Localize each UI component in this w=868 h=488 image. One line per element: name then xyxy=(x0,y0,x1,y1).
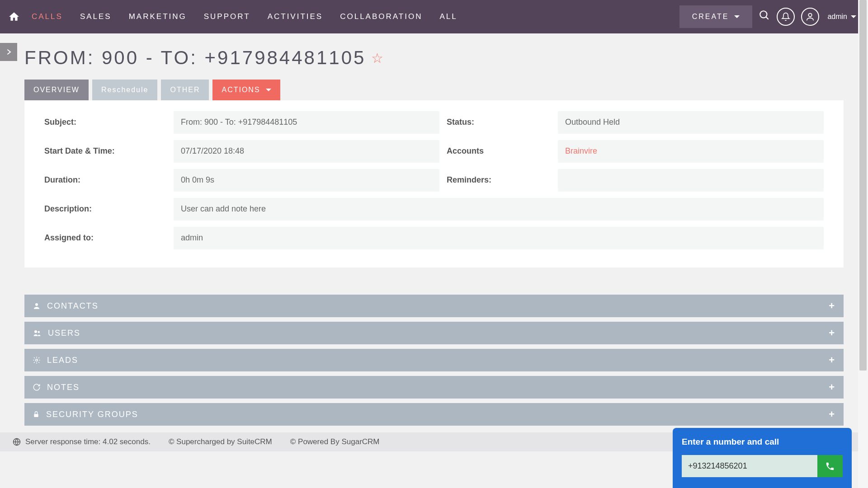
caret-down-icon xyxy=(851,15,856,18)
caret-down-icon xyxy=(266,89,271,91)
label-subject: Subject: xyxy=(44,111,166,134)
value-status[interactable]: Outbound Held xyxy=(558,111,824,134)
svg-point-0 xyxy=(760,11,767,18)
search-icon[interactable] xyxy=(759,9,770,24)
nav-activities[interactable]: ACTIVITIES xyxy=(265,7,326,27)
scrollbar-track[interactable] xyxy=(858,0,868,488)
favorite-star-icon[interactable]: ☆ xyxy=(371,50,383,66)
actions-label: ACTIONS xyxy=(222,86,260,94)
gear-icon xyxy=(33,356,41,364)
sidebar-toggle[interactable] xyxy=(0,43,17,61)
content: FROM: 900 - TO: +917984481105 ☆ OVERVIEW… xyxy=(0,33,868,439)
label-reminders: Reminders: xyxy=(447,169,551,192)
tab-overview[interactable]: OVERVIEW xyxy=(24,80,89,100)
panel-label: CONTACTS xyxy=(47,301,99,311)
value-reminders[interactable] xyxy=(558,169,824,192)
people-icon xyxy=(33,329,42,337)
footer-supercharged[interactable]: © Supercharged by SuiteCRM xyxy=(169,437,272,446)
label-start: Start Date & Time: xyxy=(44,140,166,163)
call-widget: Enter a number and call xyxy=(673,428,852,488)
svg-point-5 xyxy=(38,331,40,333)
refresh-icon xyxy=(33,383,41,391)
plus-icon: + xyxy=(829,300,835,312)
scrollbar-thumb[interactable] xyxy=(859,0,867,371)
value-description[interactable]: User can add note here xyxy=(174,198,824,221)
tab-reschedule[interactable]: Reschedule xyxy=(92,80,158,100)
dial-button[interactable] xyxy=(817,455,843,477)
topbar-right: CREATE admin xyxy=(679,5,862,28)
panel-leads[interactable]: LEADS + xyxy=(24,349,844,371)
panel-label: SECURITY GROUPS xyxy=(46,410,138,419)
call-number-input[interactable] xyxy=(682,455,817,477)
nav-calls[interactable]: CALLS xyxy=(29,7,66,27)
value-assigned[interactable]: admin xyxy=(174,227,824,249)
panel-users[interactable]: USERS + xyxy=(24,322,844,344)
label-accounts: Accounts xyxy=(447,140,551,163)
label-status: Status: xyxy=(447,111,551,134)
actions-menu-button[interactable]: ACTIONS xyxy=(212,80,280,100)
top-navbar: CALLS SALES MARKETING SUPPORT ACTIVITIES… xyxy=(0,0,868,33)
person-icon xyxy=(33,302,41,310)
nav-collaboration[interactable]: COLLABORATION xyxy=(337,7,425,27)
panel-label: USERS xyxy=(48,328,80,338)
svg-rect-7 xyxy=(34,414,38,417)
create-label: CREATE xyxy=(692,13,729,21)
username-label: admin xyxy=(827,13,847,21)
panel-label: LEADS xyxy=(47,356,78,365)
value-subject[interactable]: From: 900 - To: +917984481105 xyxy=(174,111,439,134)
svg-point-3 xyxy=(35,303,38,306)
panel-security-groups[interactable]: SECURITY GROUPS + xyxy=(24,403,844,426)
value-duration[interactable]: 0h 0m 9s xyxy=(174,169,439,192)
panel-contacts[interactable]: CONTACTS + xyxy=(24,295,844,317)
subnav-tabs: OVERVIEW Reschedule OTHER ACTIONS xyxy=(24,80,844,100)
svg-line-1 xyxy=(766,17,769,19)
svg-point-2 xyxy=(809,14,812,17)
label-duration: Duration: xyxy=(44,169,166,192)
page-title: FROM: 900 - TO: +917984481105 xyxy=(24,47,366,69)
main-nav: CALLS SALES MARKETING SUPPORT ACTIVITIES… xyxy=(29,7,460,27)
plus-icon: + xyxy=(829,354,835,366)
footer-powered[interactable]: © Powered By SugarCRM xyxy=(290,437,380,446)
nav-marketing[interactable]: MARKETING xyxy=(126,7,189,27)
globe-icon xyxy=(13,438,21,446)
related-panels: CONTACTS + USERS + LEADS + NOTES + SECUR… xyxy=(24,295,844,426)
svg-point-6 xyxy=(36,359,38,361)
overview-panel: Subject: From: 900 - To: +917984481105 S… xyxy=(24,100,844,267)
plus-icon: + xyxy=(829,381,835,393)
lock-icon xyxy=(33,410,40,418)
panel-notes[interactable]: NOTES + xyxy=(24,376,844,399)
plus-icon: + xyxy=(829,408,835,420)
panel-label: NOTES xyxy=(47,383,80,392)
label-assigned: Assigned to: xyxy=(44,227,166,249)
footer-response-time: Server response time: 4.02 seconds. xyxy=(25,437,151,446)
label-description: Description: xyxy=(44,198,166,221)
plus-icon: + xyxy=(829,327,835,339)
call-widget-title: Enter a number and call xyxy=(682,437,843,447)
nav-all[interactable]: ALL xyxy=(437,7,460,27)
nav-sales[interactable]: SALES xyxy=(77,7,114,27)
phone-icon xyxy=(825,461,835,471)
value-start[interactable]: 07/17/2020 18:48 xyxy=(174,140,439,163)
svg-point-4 xyxy=(34,330,37,333)
nav-support[interactable]: SUPPORT xyxy=(201,7,253,27)
user-avatar-icon[interactable] xyxy=(801,8,819,26)
tab-other[interactable]: OTHER xyxy=(161,80,209,100)
caret-down-icon xyxy=(734,15,740,18)
value-accounts-link[interactable]: Brainvire xyxy=(558,140,824,163)
home-icon[interactable] xyxy=(6,9,22,24)
create-button[interactable]: CREATE xyxy=(679,5,753,28)
username-menu[interactable]: admin xyxy=(827,13,856,21)
notifications-icon[interactable] xyxy=(777,8,795,26)
